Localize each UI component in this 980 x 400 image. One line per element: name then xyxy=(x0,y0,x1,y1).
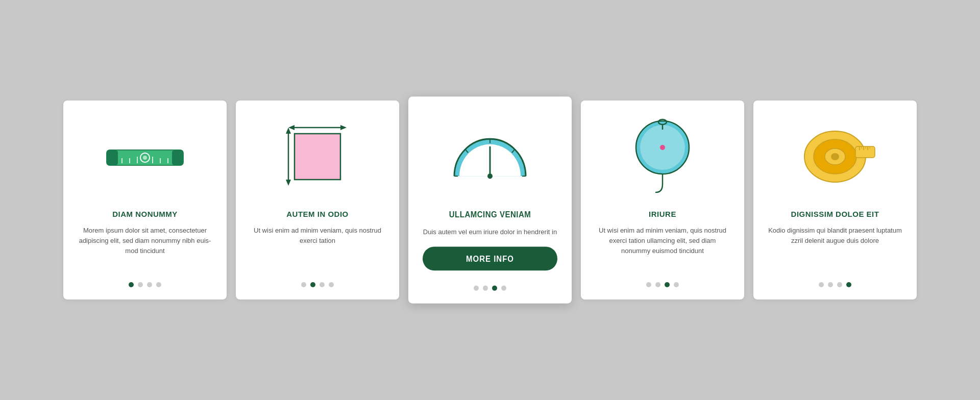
dots-indicator xyxy=(301,282,334,287)
dot-1 xyxy=(483,286,488,291)
svg-marker-14 xyxy=(340,125,347,130)
dots-indicator xyxy=(646,282,679,287)
svg-marker-17 xyxy=(286,180,291,186)
svg-point-29 xyxy=(660,145,665,150)
dot-3 xyxy=(501,286,506,291)
svg-rect-2 xyxy=(172,150,183,165)
dot-3 xyxy=(674,282,679,287)
dots-indicator xyxy=(129,282,161,287)
svg-marker-13 xyxy=(288,125,295,130)
dot-0 xyxy=(301,282,306,287)
card-dignissim: DIGNISSIM DOLOE EIT Kodio dignissim qui … xyxy=(753,101,917,299)
svg-rect-34 xyxy=(855,146,875,158)
dot-3 xyxy=(156,282,161,287)
dot-0 xyxy=(646,282,651,287)
dot-1 xyxy=(138,282,143,287)
svg-rect-1 xyxy=(107,150,118,165)
svg-marker-16 xyxy=(286,128,291,134)
card-iriure: IRIURE Ut wisi enim ad minim veniam, qui… xyxy=(581,101,744,299)
dots-indicator xyxy=(474,286,506,291)
card-autem-in-odio: AUTEM IN ODIO Ut wisi enim ad minim veni… xyxy=(236,101,399,299)
card-title: IRIURE xyxy=(649,210,676,218)
card-diam-nonummy: DIAM NONUMMY Morem ipsum dolor sit amet,… xyxy=(63,101,227,299)
dot-3 xyxy=(846,282,851,287)
dot-1 xyxy=(310,282,315,287)
card-text: Duis autem vel eum iriure dolor in hendr… xyxy=(423,227,557,237)
dot-1 xyxy=(655,282,660,287)
icon-tape-measure xyxy=(768,116,902,197)
dot-2 xyxy=(320,282,325,287)
dot-0 xyxy=(129,282,134,287)
dots-indicator xyxy=(819,282,851,287)
card-text: Kodio dignissim qui blandit praesent lup… xyxy=(768,226,902,272)
svg-rect-11 xyxy=(295,134,340,180)
dot-1 xyxy=(828,282,833,287)
card-text: Morem ipsum dolor sit amet, consectetuer… xyxy=(78,226,212,272)
card-title: AUTEM IN ODIO xyxy=(286,210,349,218)
dot-2 xyxy=(837,282,842,287)
dot-0 xyxy=(819,282,824,287)
cards-container: DIAM NONUMMY Morem ipsum dolor sit amet,… xyxy=(33,80,947,320)
dot-2 xyxy=(492,286,497,291)
card-title: DIAM NONUMMY xyxy=(112,210,178,218)
icon-scale-arc xyxy=(423,112,557,197)
svg-point-41 xyxy=(831,153,839,160)
card-title: ULLAMCING VENIAM xyxy=(449,210,531,219)
more-info-button[interactable]: MORE INFO xyxy=(423,247,557,271)
dot-2 xyxy=(147,282,152,287)
card-text: Ut wisi enim ad minim veniam, quis nostr… xyxy=(595,226,730,272)
icon-dimension-box xyxy=(250,116,385,197)
dot-2 xyxy=(665,282,670,287)
card-text: Ut wisi enim ad minim veniam, quis nostr… xyxy=(250,226,385,272)
icon-ruler-level xyxy=(78,116,212,197)
dot-3 xyxy=(329,282,334,287)
dot-0 xyxy=(474,286,479,291)
card-ullamcing-veniam: ULLAMCING VENIAM Duis autem vel eum iriu… xyxy=(408,96,572,304)
icon-hanging-scale xyxy=(595,116,730,197)
svg-point-4 xyxy=(143,156,147,160)
card-title: DIGNISSIM DOLOE EIT xyxy=(791,210,879,218)
